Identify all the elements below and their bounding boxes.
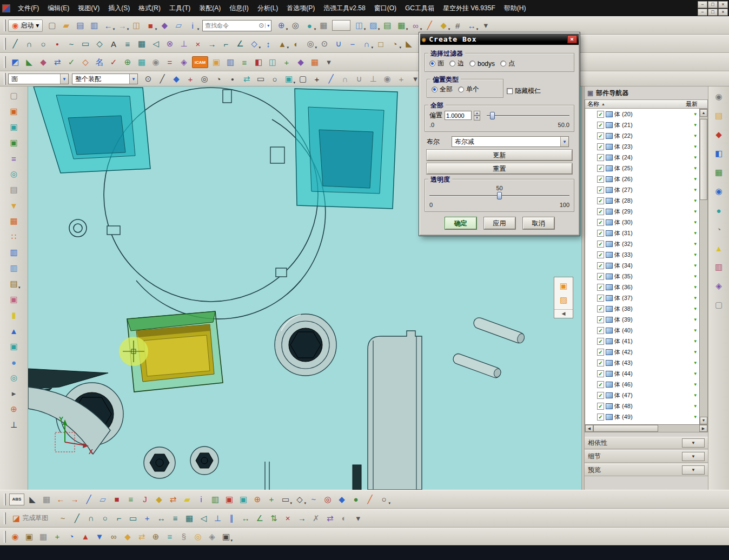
navigator-row[interactable]: ✓ 体 (23) ▾ bbox=[585, 141, 699, 152]
tangent-snap-icon[interactable]: ∪ bbox=[352, 72, 366, 86]
expand-chevron-icon[interactable]: ▸ bbox=[7, 386, 21, 401]
scope-combo[interactable]: 整个装配 ▼ bbox=[72, 74, 138, 84]
constraint-navigator-icon[interactable]: ◆ bbox=[712, 128, 726, 142]
direct-sketch-icon[interactable]: ▢ bbox=[7, 89, 21, 103]
save-as-icon[interactable]: ▥ bbox=[87, 18, 101, 32]
navigator-row[interactable]: ✓ 体 (21) ▾ bbox=[585, 119, 699, 130]
green-ball-icon[interactable]: ● bbox=[349, 492, 363, 506]
window-icon[interactable]: ▱ bbox=[96, 492, 110, 506]
snapshot-icon[interactable]: ◫ bbox=[266, 55, 280, 69]
pin-icon[interactable]: ⊕ bbox=[149, 530, 163, 544]
scrollbar-track[interactable] bbox=[700, 200, 707, 417]
reuse-library-icon[interactable]: ▦ bbox=[712, 165, 726, 179]
web-browser-icon[interactable]: ● bbox=[712, 203, 726, 217]
rect-tool-icon[interactable]: ▭▾ bbox=[279, 492, 293, 506]
crosshair-icon[interactable]: + bbox=[310, 72, 324, 86]
trim-icon[interactable]: × bbox=[281, 511, 295, 525]
add-box-icon[interactable]: + bbox=[50, 530, 64, 544]
cyan-cube-icon[interactable]: ▣ bbox=[7, 120, 21, 134]
fit-view-icon[interactable]: ◎ bbox=[288, 18, 302, 32]
app-restore-button[interactable]: □ bbox=[708, 1, 718, 8]
sketch-edit-icon[interactable]: ╱ bbox=[82, 492, 96, 506]
selected-green-box[interactable] bbox=[119, 311, 223, 392]
teal-box-icon[interactable]: ▣ bbox=[236, 492, 250, 506]
hole-table-icon[interactable]: ▦ bbox=[308, 55, 322, 69]
plus-icon[interactable]: + bbox=[394, 72, 408, 86]
checkbox-checked-icon[interactable]: ✓ bbox=[597, 122, 604, 129]
target-icon[interactable]: ◎ bbox=[321, 492, 335, 506]
hole-icon[interactable]: ◎▾ bbox=[303, 37, 317, 51]
teal-ring-icon[interactable]: ◎ bbox=[7, 167, 21, 181]
defaults-gear-icon[interactable]: ◉ bbox=[149, 55, 163, 69]
sort-up-icon[interactable]: ▲ bbox=[78, 530, 92, 544]
process-studio-icon[interactable]: ▲ bbox=[712, 241, 726, 255]
color-swatch[interactable] bbox=[332, 20, 350, 31]
finish-sketch-button[interactable]: ◪ 完成草图 bbox=[8, 511, 52, 525]
checkbox-checked-icon[interactable]: ✓ bbox=[597, 349, 604, 356]
dots-icon[interactable]: ∷ bbox=[7, 230, 21, 244]
scroll-right-button[interactable]: ▶ bbox=[699, 425, 707, 432]
checkbox-checked-icon[interactable]: ✓ bbox=[597, 359, 604, 366]
offset-snap-icon[interactable]: ⇄ bbox=[240, 72, 254, 86]
hex-tool-icon[interactable]: ◇▾ bbox=[293, 492, 307, 506]
ring-icon[interactable]: ◎ bbox=[191, 530, 205, 544]
undo-icon[interactable]: ←▾ bbox=[101, 18, 115, 32]
spreadsheet-icon[interactable]: ▤ bbox=[380, 18, 394, 32]
navigator-row[interactable]: ✓ 体 (27) ▾ bbox=[585, 184, 699, 195]
edge-blend-icon[interactable]: ◔▾ bbox=[388, 37, 402, 51]
rectangle-icon[interactable]: ▭ bbox=[126, 511, 140, 525]
navigator-row[interactable]: ✓ 体 (24) ▾ bbox=[585, 152, 699, 163]
deviation-icon[interactable]: ◇ bbox=[78, 55, 92, 69]
circle-icon[interactable]: ○ bbox=[36, 37, 50, 51]
menu-item[interactable]: 信息(I) bbox=[225, 1, 253, 16]
vertical-scrollbar[interactable]: ▲ ▼ bbox=[700, 109, 708, 425]
project-curve-icon[interactable]: ⊥ bbox=[177, 37, 191, 51]
datum-axis-icon[interactable]: ↕ bbox=[261, 37, 275, 51]
section-view-icon[interactable]: ◧ bbox=[251, 55, 266, 69]
offset-spinner[interactable]: ▲▼ bbox=[474, 111, 480, 120]
start-button[interactable]: ◉ 启动 ▾ bbox=[8, 19, 43, 32]
fillet-icon[interactable]: ⌐ bbox=[219, 37, 233, 51]
table-icon[interactable]: ▦▾ bbox=[394, 18, 408, 32]
dowel-pin-1[interactable] bbox=[472, 316, 526, 344]
checkbox-checked-icon[interactable]: ✓ bbox=[597, 186, 604, 194]
checkbox-checked-icon[interactable]: ✓ bbox=[597, 241, 604, 248]
navigator-row[interactable]: ✓ 体 (43) ▾ bbox=[585, 357, 699, 368]
arc-icon[interactable]: ∩ bbox=[84, 511, 98, 525]
info-small-icon[interactable]: i bbox=[194, 492, 208, 506]
revolve-icon[interactable]: ◐ bbox=[289, 37, 303, 51]
hex-bolt-1[interactable] bbox=[144, 447, 175, 478]
checkbox-checked-icon[interactable]: ✓ bbox=[597, 219, 604, 226]
toolbar-grip[interactable] bbox=[4, 531, 6, 543]
panel-expand-button[interactable]: ▼ bbox=[682, 465, 705, 475]
combo-arrow-icon[interactable]: ▼ bbox=[560, 137, 568, 146]
export-icon[interactable]: ▨▾ bbox=[366, 18, 380, 32]
plus-icon[interactable]: + bbox=[140, 511, 154, 525]
shaded-view-icon[interactable]: ▣▾ bbox=[282, 72, 296, 86]
clip-icon[interactable]: § bbox=[177, 530, 191, 544]
menu-item[interactable]: 格式(R) bbox=[134, 1, 165, 16]
boss-icon[interactable]: ⊙ bbox=[317, 37, 332, 51]
offset-icon[interactable]: ≡ bbox=[168, 511, 182, 525]
intersection-snap-icon[interactable]: + bbox=[183, 72, 197, 86]
interpart-link-icon[interactable]: ∞▾ bbox=[408, 18, 422, 32]
row3-more-icon[interactable]: ▾ bbox=[322, 55, 336, 69]
wireframe-view-icon[interactable]: ▢ bbox=[296, 72, 310, 86]
navigator-row[interactable]: ✓ 体 (29) ▾ bbox=[585, 206, 699, 217]
checkbox-checked-icon[interactable]: ✓ bbox=[597, 251, 604, 258]
arc-snap-icon[interactable]: ∩ bbox=[338, 72, 352, 86]
extend-curve-icon[interactable]: → bbox=[205, 37, 219, 51]
menu-item[interactable]: 文件(F) bbox=[14, 1, 43, 16]
key-blue-icon[interactable]: ◆ bbox=[335, 492, 349, 506]
branch-icon[interactable]: ⇄ bbox=[135, 530, 149, 544]
add-component-icon[interactable]: + bbox=[280, 55, 294, 69]
bottom-edges[interactable] bbox=[265, 462, 361, 490]
journal-icon[interactable]: J bbox=[138, 492, 152, 506]
side-plate[interactable] bbox=[368, 331, 422, 490]
abs-mode-button[interactable]: ABS bbox=[9, 494, 24, 505]
checkbox-checked-icon[interactable]: ✓ bbox=[597, 197, 604, 204]
offset-slider[interactable] bbox=[487, 111, 569, 120]
settings-icon[interactable]: ◉ bbox=[8, 530, 22, 544]
search-input[interactable] bbox=[203, 22, 257, 29]
search-dropdown-icon[interactable]: ▾ bbox=[265, 23, 271, 28]
